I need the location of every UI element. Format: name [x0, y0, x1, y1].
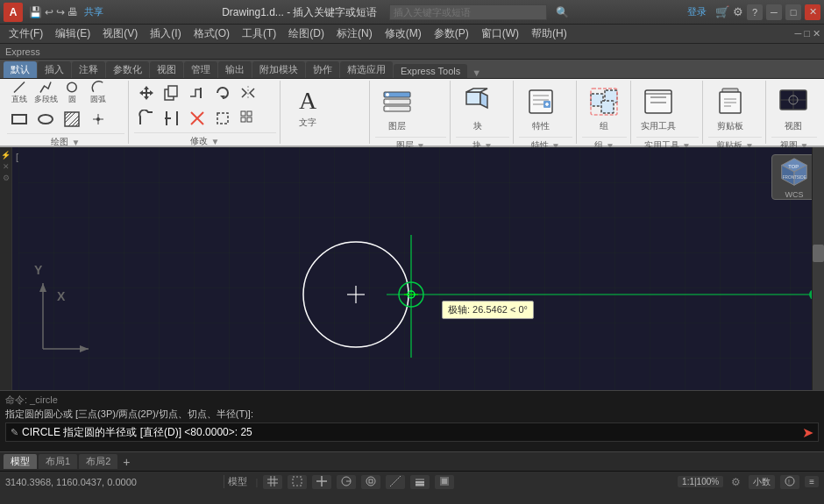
- status-model[interactable]: 模型: [224, 475, 251, 488]
- gutter-icon-1[interactable]: ⚡: [1, 151, 11, 160]
- tab-add-button[interactable]: +: [119, 455, 133, 469]
- modify-move-button[interactable]: [134, 81, 159, 105]
- draw-circle-button[interactable]: 圆: [60, 81, 84, 105]
- draw-point-button[interactable]: [86, 107, 110, 131]
- modify-trim-button[interactable]: [160, 106, 184, 131]
- menu-item-tools[interactable]: 工具(T): [237, 25, 281, 42]
- settings-icon[interactable]: ⚙: [733, 5, 743, 18]
- draw-hatch-button[interactable]: [60, 107, 84, 131]
- drawing-viewport[interactable]: [-][俯视]二维线框 Y X: [12, 147, 824, 390]
- share-button[interactable]: 共享: [84, 5, 103, 18]
- group-button[interactable]: 组: [582, 81, 626, 135]
- status-otrack-btn[interactable]: [386, 475, 405, 489]
- status-ortho-btn[interactable]: [312, 475, 331, 489]
- status-polar-btn[interactable]: [337, 475, 356, 489]
- vscroll-thumb[interactable]: [813, 245, 824, 262]
- modify-mirror-button[interactable]: [236, 81, 260, 105]
- status-transparency-btn[interactable]: [435, 475, 454, 489]
- draw-line-button[interactable]: 直线: [7, 81, 32, 105]
- modify-rotate-button[interactable]: [210, 81, 235, 105]
- app-menu-button[interactable]: A: [4, 3, 23, 22]
- modify-array-button[interactable]: [236, 106, 260, 131]
- window-restore-icon[interactable]: ─ □ ✕: [794, 28, 820, 39]
- modify-explode-button[interactable]: [210, 106, 235, 131]
- layer-manager-button[interactable]: 图层: [375, 81, 419, 135]
- vertical-scrollbar[interactable]: [812, 147, 824, 390]
- draw-polyline-button[interactable]: 多段线: [33, 81, 58, 105]
- status-more-btn[interactable]: ≡: [805, 476, 819, 487]
- annotation-text-button[interactable]: A 文字: [286, 81, 330, 135]
- tab-express-tools[interactable]: Express Tools: [394, 64, 467, 78]
- menu-item-draw[interactable]: 绘图(D): [283, 25, 330, 42]
- status-snap-btn[interactable]: [288, 475, 307, 489]
- draw-ellipse-button[interactable]: [33, 107, 58, 131]
- menu-item-dimension[interactable]: 标注(N): [331, 25, 378, 42]
- tabs-bar: 模型 布局1 布局2 +: [0, 451, 824, 471]
- status-grid-btn[interactable]: [263, 475, 282, 489]
- utility-button[interactable]: 实用工具: [636, 81, 680, 135]
- tab-model[interactable]: 模型: [4, 454, 37, 469]
- tab-parametric[interactable]: 参数化: [106, 61, 149, 78]
- menu-item-parametric[interactable]: 参数(P): [429, 25, 474, 42]
- menu-item-file[interactable]: 文件(F): [4, 25, 48, 42]
- menu-item-modify[interactable]: 修改(M): [380, 25, 427, 42]
- search-input[interactable]: [389, 4, 547, 20]
- tab-options-icon[interactable]: ▼: [472, 67, 481, 78]
- status-scale-display[interactable]: 1:1|100%: [678, 476, 723, 487]
- menu-item-insert[interactable]: 插入(I): [145, 25, 186, 42]
- modify-copy-button[interactable]: [160, 81, 184, 105]
- menu-item-help[interactable]: 帮助(H): [526, 25, 572, 42]
- status-lineweight-btn[interactable]: [410, 475, 430, 489]
- settings-gear-icon[interactable]: ⚙: [728, 476, 743, 488]
- clipboard-button[interactable]: 剪贴板: [708, 81, 752, 135]
- status-bar: 3140.3968, 1160.0437, 0.0000 模型 | 1:1|10…: [0, 471, 824, 492]
- modify-stretch-button[interactable]: [185, 81, 210, 105]
- block-insert-button[interactable]: 块: [456, 81, 500, 135]
- view-button[interactable]: 视图: [771, 81, 815, 135]
- gutter-icon-3[interactable]: ⚙: [3, 174, 10, 182]
- svg-rect-27: [241, 117, 245, 122]
- menu-item-window[interactable]: 窗口(W): [476, 25, 524, 42]
- status-notification-btn[interactable]: !: [780, 475, 799, 489]
- tab-annotation[interactable]: 注释: [72, 61, 105, 78]
- status-decimal-btn[interactable]: 小数: [749, 475, 775, 489]
- draw-arc-button[interactable]: 圆弧: [86, 81, 110, 105]
- tab-featured[interactable]: 精选应用: [340, 61, 393, 78]
- express-bar: Express: [0, 44, 824, 60]
- help-button[interactable]: ?: [747, 4, 763, 20]
- tab-output[interactable]: 输出: [218, 61, 252, 78]
- tab-addons[interactable]: 附加模块: [252, 61, 305, 78]
- search-icon[interactable]: 🔍: [556, 6, 569, 18]
- undo-icon[interactable]: ↩: [45, 6, 53, 18]
- tab-layout1[interactable]: 布局1: [39, 454, 77, 469]
- menu-item-view[interactable]: 视图(V): [97, 25, 143, 42]
- command-prompt[interactable]: ✎ CIRCLE 指定圆的半径或 [直径(D)] <80.0000>: 25 ➤: [5, 422, 819, 442]
- user-login-button[interactable]: 登录: [687, 5, 707, 18]
- modify-group-expand[interactable]: ▼: [210, 137, 219, 146]
- tab-insert[interactable]: 插入: [38, 61, 71, 78]
- tab-layout2[interactable]: 布局2: [79, 454, 117, 469]
- modify-fillet-button[interactable]: [134, 106, 159, 131]
- properties-button[interactable]: 特性: [519, 81, 563, 135]
- save-icon[interactable]: 💾: [29, 6, 42, 18]
- redo-icon[interactable]: ↪: [56, 6, 65, 18]
- menu-item-edit[interactable]: 编辑(E): [50, 25, 96, 42]
- draw-group-expand[interactable]: ▼: [71, 138, 80, 147]
- svg-rect-100: [369, 479, 373, 483]
- menu-item-format[interactable]: 格式(O): [188, 25, 235, 42]
- tab-collaborate[interactable]: 协作: [306, 61, 339, 78]
- draw-rectangle-button[interactable]: [7, 107, 32, 131]
- tab-default[interactable]: 默认: [4, 61, 37, 78]
- modify-erase-button[interactable]: [185, 106, 210, 131]
- minimize-button[interactable]: ─: [766, 4, 782, 20]
- tab-manage[interactable]: 管理: [184, 61, 217, 78]
- gutter-icon-2[interactable]: ✕: [3, 162, 10, 171]
- drawing-canvas[interactable]: Y X: [12, 147, 824, 390]
- wcs-cube[interactable]: TOP FRONT SIDE WCS: [771, 154, 817, 200]
- print-icon[interactable]: 🖶: [67, 6, 78, 18]
- maximize-button[interactable]: □: [785, 4, 801, 20]
- status-osnap-btn[interactable]: [361, 475, 380, 489]
- close-button[interactable]: ✕: [805, 4, 820, 20]
- cart-icon[interactable]: 🛒: [715, 5, 729, 18]
- tab-view[interactable]: 视图: [150, 61, 183, 78]
